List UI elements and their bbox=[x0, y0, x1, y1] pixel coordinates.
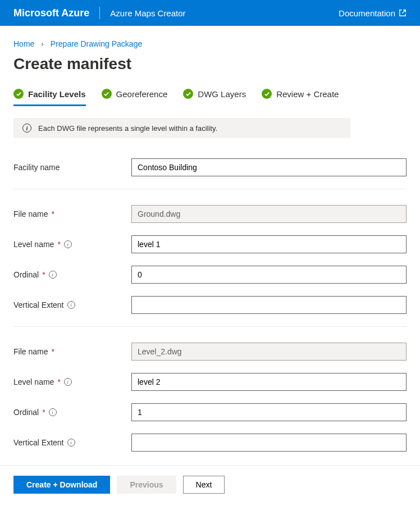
vertical-extent-input[interactable] bbox=[131, 296, 407, 314]
file-name-input bbox=[131, 343, 407, 361]
row-level-name: Level name* i bbox=[13, 373, 407, 391]
info-banner: i Each DWG file represents a single leve… bbox=[13, 118, 350, 138]
tab-facility-levels[interactable]: Facility Levels bbox=[13, 89, 86, 106]
breadcrumb: Home › Prepare Drawing Package bbox=[13, 39, 407, 48]
info-icon[interactable]: i bbox=[49, 408, 57, 416]
row-file-name: File name* bbox=[13, 343, 407, 361]
breadcrumb-parent[interactable]: Prepare Drawing Package bbox=[51, 39, 142, 48]
label-level-name: Level name* i bbox=[13, 240, 131, 249]
ordinal-input[interactable] bbox=[131, 403, 407, 421]
check-circle-icon bbox=[13, 89, 24, 99]
required-marker: * bbox=[57, 240, 60, 249]
label-ordinal: Ordinal* i bbox=[13, 408, 131, 417]
required-marker: * bbox=[42, 270, 45, 279]
info-icon[interactable]: i bbox=[64, 378, 72, 386]
label-facility-name: Facility name bbox=[13, 163, 131, 172]
label-ordinal: Ordinal* i bbox=[13, 270, 131, 279]
facility-name-input[interactable] bbox=[131, 158, 407, 176]
footer-actions: Create + Download Previous Next bbox=[0, 465, 420, 504]
section-divider bbox=[13, 326, 407, 327]
info-icon: i bbox=[22, 124, 31, 133]
row-file-name: File name* bbox=[13, 205, 407, 223]
ordinal-input[interactable] bbox=[131, 266, 407, 284]
required-marker: * bbox=[57, 377, 60, 386]
info-icon[interactable]: i bbox=[67, 439, 75, 446]
label-level-name: Level name* i bbox=[13, 377, 131, 386]
tab-review-create[interactable]: Review + Create bbox=[262, 89, 339, 104]
create-download-button[interactable]: Create + Download bbox=[13, 476, 110, 494]
brand-logo: Microsoft Azure bbox=[13, 7, 89, 19]
row-ordinal: Ordinal* i bbox=[13, 266, 407, 284]
info-icon[interactable]: i bbox=[49, 271, 57, 279]
documentation-link[interactable]: Documentation bbox=[339, 8, 407, 18]
required-marker: * bbox=[51, 209, 54, 218]
tab-georeference[interactable]: Georeference bbox=[102, 89, 168, 104]
previous-button: Previous bbox=[117, 476, 176, 494]
breadcrumb-home[interactable]: Home bbox=[13, 39, 34, 48]
wizard-tabs: Facility Levels Georeference DWG Layers … bbox=[13, 89, 407, 104]
tab-dwg-layers[interactable]: DWG Layers bbox=[183, 89, 246, 104]
label-file-name: File name* bbox=[13, 209, 131, 218]
tab-label: DWG Layers bbox=[198, 89, 246, 99]
external-link-icon bbox=[399, 9, 407, 17]
main-content: Home › Prepare Drawing Package Create ma… bbox=[0, 26, 420, 452]
tab-label: Facility Levels bbox=[28, 89, 86, 99]
level-name-input[interactable] bbox=[131, 235, 407, 253]
check-circle-icon bbox=[183, 89, 193, 99]
file-name-input bbox=[131, 205, 407, 223]
chevron-right-icon: › bbox=[41, 39, 44, 48]
row-ordinal: Ordinal* i bbox=[13, 403, 407, 421]
row-facility-name: Facility name bbox=[13, 158, 407, 176]
next-button[interactable]: Next bbox=[183, 476, 225, 494]
row-level-name: Level name* i bbox=[13, 235, 407, 253]
row-vertical-extent: Vertical Extent i bbox=[13, 296, 407, 314]
divider bbox=[99, 7, 100, 19]
required-marker: * bbox=[51, 347, 54, 356]
label-vertical-extent: Vertical Extent i bbox=[13, 300, 131, 309]
required-marker: * bbox=[42, 408, 45, 417]
info-icon[interactable]: i bbox=[67, 301, 75, 309]
top-bar: Microsoft Azure Azure Maps Creator Docum… bbox=[0, 0, 420, 26]
info-banner-text: Each DWG file represents a single level … bbox=[38, 124, 217, 133]
tab-label: Georeference bbox=[116, 89, 168, 99]
row-vertical-extent: Vertical Extent i bbox=[13, 434, 407, 452]
vertical-extent-input[interactable] bbox=[131, 434, 407, 452]
section-divider bbox=[13, 189, 407, 189]
check-circle-icon bbox=[262, 89, 272, 99]
label-vertical-extent: Vertical Extent i bbox=[13, 438, 131, 447]
tab-label: Review + Create bbox=[276, 89, 339, 99]
label-file-name: File name* bbox=[13, 347, 131, 356]
level-name-input[interactable] bbox=[131, 373, 407, 391]
page-title: Create manifest bbox=[13, 55, 407, 73]
documentation-label: Documentation bbox=[339, 8, 395, 18]
app-name: Azure Maps Creator bbox=[110, 8, 339, 18]
check-circle-icon bbox=[102, 89, 112, 99]
info-icon[interactable]: i bbox=[64, 240, 72, 248]
